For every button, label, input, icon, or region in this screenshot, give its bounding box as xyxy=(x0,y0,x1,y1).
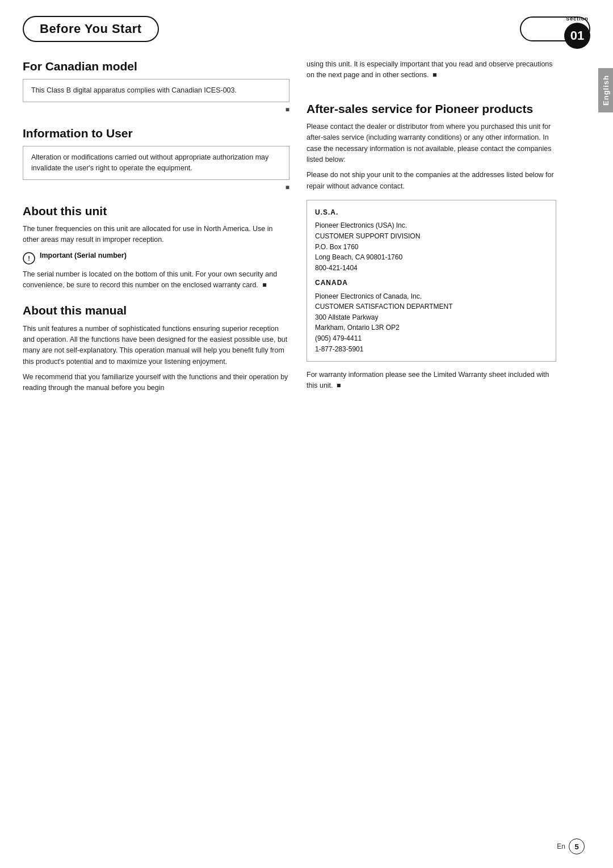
top-bar: Before You Start Section 01 xyxy=(0,0,613,42)
warranty-text: For warranty information please see the … xyxy=(306,370,556,392)
usa-info: Pioneer Electronics (USA) Inc. CUSTOMER … xyxy=(315,220,548,273)
contact-box: U.S.A. Pioneer Electronics (USA) Inc. CU… xyxy=(306,200,556,362)
about-this-unit-heading: About this unit xyxy=(23,204,289,218)
information-to-user-heading: Information to User xyxy=(23,126,289,140)
usa-label: U.S.A. xyxy=(315,207,548,218)
canada-label: CANADA xyxy=(315,278,548,288)
english-tab: English xyxy=(598,68,613,112)
canadian-model-section: For Canadian model This Class B digital … xyxy=(23,59,289,114)
information-to-user-end-marker: ■ xyxy=(23,183,289,191)
page-title: Before You Start xyxy=(23,16,159,42)
about-this-manual-body2: We recommend that you familiarize yourse… xyxy=(23,372,289,394)
about-this-unit-end-marker: ■ xyxy=(262,280,267,291)
footer-page: En 5 xyxy=(557,838,585,854)
page-number-badge: 5 xyxy=(569,838,585,854)
important-icon: ! xyxy=(23,252,35,265)
intro-end-marker: ■ xyxy=(433,70,437,81)
section-badge: Section 01 xyxy=(564,16,590,49)
important-note: ! Important (Serial number) xyxy=(23,251,289,265)
section-number: 01 xyxy=(564,23,590,49)
about-this-unit-body2: The serial number is located on the bott… xyxy=(23,269,289,291)
after-sales-heading: After-sales service for Pioneer products xyxy=(306,102,556,116)
left-column: For Canadian model This Class B digital … xyxy=(23,59,289,406)
about-this-unit-section: About this unit The tuner frequencies on… xyxy=(23,204,289,291)
about-this-manual-heading: About this manual xyxy=(23,303,289,317)
warranty-end-marker: ■ xyxy=(337,380,341,391)
right-col-intro: using this unit. It is especially import… xyxy=(306,59,556,81)
section-label: Section xyxy=(564,16,590,22)
information-to-user-note: Alteration or modifications carried out … xyxy=(23,146,289,180)
right-column: using this unit. It is especially import… xyxy=(306,59,573,406)
footer-en-label: En xyxy=(557,842,565,850)
page-footer: En 5 xyxy=(0,838,613,854)
canadian-model-note: This Class B digital apparatus complies … xyxy=(23,79,289,102)
after-sales-section: After-sales service for Pioneer products… xyxy=(306,102,556,392)
about-this-manual-section: About this manual This unit features a n… xyxy=(23,303,289,393)
canada-info: Pioneer Electronics of Canada, Inc. CUST… xyxy=(315,291,548,355)
about-this-manual-body1: This unit features a number of sophistic… xyxy=(23,324,289,368)
page-wrapper: Before You Start Section 01 English For … xyxy=(0,0,613,868)
after-sales-body2: Please do not ship your unit to the comp… xyxy=(306,170,556,192)
svg-text:!: ! xyxy=(28,255,30,262)
after-sales-body1: Please contact the dealer or distributor… xyxy=(306,121,556,166)
about-this-unit-body1: The tuner frequencies on this unit are a… xyxy=(23,224,289,246)
canadian-model-end-marker: ■ xyxy=(23,106,289,114)
information-to-user-section: Information to User Alteration or modifi… xyxy=(23,126,289,191)
canadian-model-heading: For Canadian model xyxy=(23,59,289,73)
top-bar-right xyxy=(159,16,590,41)
main-content: For Canadian model This Class B digital … xyxy=(0,42,613,423)
important-label: Important (Serial number) xyxy=(40,251,127,259)
